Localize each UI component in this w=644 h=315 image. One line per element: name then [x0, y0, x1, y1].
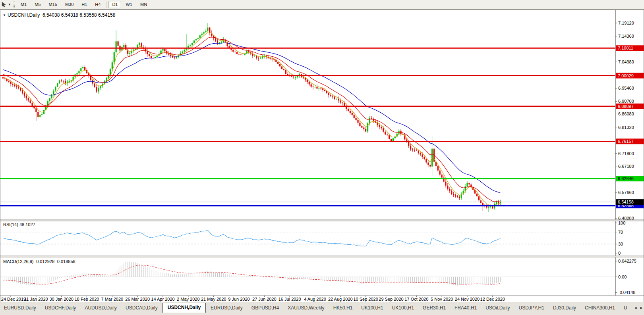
macd-axis-tick: -0.04148 — [618, 290, 635, 295]
chart-tab-ger30-h1[interactable]: GER30,H1 — [419, 303, 450, 313]
toolbar-grip-handle[interactable] — [14, 2, 15, 8]
timeframe-button-m15[interactable]: M15 — [45, 1, 60, 8]
date-axis-label: 7 Mar 2020 — [101, 297, 124, 302]
chart-tab-dj30-daily[interactable]: DJ30,Daily — [549, 303, 580, 313]
date-axis-label: 10 Sep 2020 — [353, 297, 378, 302]
date-axis-label: 16 Jul 2020 — [278, 297, 301, 302]
macd-panel: 0.0422750.00-0.04148 — [0, 259, 636, 295]
chart-tab-uk100-h1[interactable]: UK100,H1 — [388, 303, 418, 313]
tab-scroll-arrows: ◄ ► — [634, 303, 643, 313]
chart-tab-u[interactable]: U — [620, 303, 631, 313]
chart-canvas: 7.191207.143607.049806.954606.907006.860… — [0, 10, 644, 302]
price-level-label: 7.10011 — [618, 46, 633, 50]
price-level-label: 6.88897 — [618, 104, 634, 109]
time-axis[interactable]: 24 Dec 201911 Jan 202030 Jan 202018 Feb … — [1, 296, 505, 302]
timeframe-button-h4[interactable]: H4 — [91, 1, 104, 8]
macd-axis-tick: 0.00 — [618, 275, 627, 279]
date-axis-label: 9 Jun 2020 — [228, 297, 249, 302]
date-axis-label: 18 Feb 2020 — [75, 297, 99, 302]
rsi-axis-tick: 30 — [618, 242, 623, 246]
price-axis-tick: 6.67180 — [618, 164, 634, 169]
rsi-panel: 10070300 — [0, 221, 625, 255]
price-level-label: 6.62646 — [618, 176, 634, 181]
timeframe-button-h1[interactable]: H1 — [78, 1, 91, 8]
chart-tab-usdjpy-h1[interactable]: USDJPY,H1 — [514, 303, 548, 313]
timeframe-button-w1[interactable]: W1 — [122, 1, 136, 8]
timeframe-button-m1[interactable]: M1 — [17, 1, 30, 8]
macd-indicator-label: MACD(12,26,9) -0.012928 -0.018858 — [3, 259, 75, 264]
price-axis-tick: 7.04980 — [618, 60, 634, 64]
rsi-axis-tick: 0 — [618, 251, 621, 255]
price-axis-tick: 7.19120 — [618, 21, 634, 25]
date-axis-label: 24 Dec 2019 — [1, 297, 26, 302]
price-axis-tick: 6.90700 — [618, 99, 634, 104]
chart-tab-usdcad-daily[interactable]: USDCAD,Daily — [122, 303, 162, 313]
price-axis-tick: 7.14360 — [618, 34, 634, 38]
chart-window: 7.191207.143607.049806.954606.907006.860… — [0, 10, 644, 302]
price-axis-tick: 6.86080 — [618, 111, 634, 116]
chart-tab-audusd-daily[interactable]: AUDUSD,Daily — [81, 303, 121, 313]
macd-signal-line — [3, 265, 500, 284]
date-axis-label: 30 Jan 2020 — [49, 297, 73, 302]
chart-tab-usdchf-daily[interactable]: USDCHF,Daily — [41, 303, 80, 313]
rsi-indicator-label: RSI(14) 48.1027 — [3, 222, 35, 227]
toolbar-separator — [106, 2, 106, 8]
chart-tab-eurusd-daily[interactable]: EURUSD,Daily — [207, 303, 247, 313]
date-axis-label: 26 Mar 2020 — [125, 297, 150, 302]
date-axis-label: 11 Jan 2020 — [24, 297, 48, 302]
level-lines — [0, 48, 615, 206]
chart-tab-bar: EURUSD,DailyUSDCHF,DailyAUDUSD,DailyUSDC… — [0, 303, 644, 313]
chart-tab-xauusd-weekly[interactable]: XAUUSD,Weekly — [284, 303, 328, 313]
date-axis-label: 12 Dec 2020 — [480, 297, 505, 302]
timeframe-toolbar: ▼ M1M5M15M30H1H4D1W1MN — [0, 0, 644, 10]
price-axis-tick: 6.71800 — [618, 151, 634, 156]
collapse-caret-icon[interactable]: ▼ — [3, 13, 6, 17]
timeframe-button-m30[interactable]: M30 — [62, 1, 77, 8]
price-level-label: 7.00029 — [618, 73, 634, 78]
chart-tab-hk50-h1[interactable]: HK50,H1 — [329, 303, 357, 313]
chart-tab-usoil-daily[interactable]: USOil,Daily — [482, 303, 514, 313]
date-axis-label: 14 Apr 2020 — [151, 297, 174, 302]
date-axis-label: 2 May 2020 — [177, 297, 199, 302]
timeframe-button-d1[interactable]: D1 — [108, 1, 121, 8]
cursor-tool-icon[interactable] — [1, 2, 7, 8]
date-axis-label: 5 Nov 2020 — [431, 297, 453, 302]
tab-scroll-right-icon[interactable]: ► — [640, 306, 643, 310]
chart-tab-fra40-h1[interactable]: FRA40,H1 — [451, 303, 481, 313]
date-axis-label: 24 Nov 2020 — [455, 297, 480, 302]
rsi-line — [3, 230, 500, 246]
chart-tab-gbpusd-h4[interactable]: GBPUSD,H4 — [248, 303, 283, 313]
date-axis-label: 4 Aug 2020 — [304, 297, 326, 302]
date-axis-label: 17 Oct 2020 — [404, 297, 428, 302]
date-axis-label: 27 Jun 2020 — [252, 297, 277, 302]
status-strip — [0, 313, 644, 315]
current-price-label: 6.54158 — [618, 200, 634, 204]
date-axis-label: 29 Sep 2020 — [379, 297, 403, 302]
chart-tab-china300-h1[interactable]: CHINA300,H1 — [581, 303, 619, 313]
price-axis-tick: 6.95460 — [618, 86, 634, 90]
chart-symbol-title: USDCNH,Daily — [8, 12, 40, 18]
rsi-axis-tick: 100 — [618, 221, 625, 225]
chart-title-row: ▼USDCNH,Daily 6.54038 6.54318 6.53558 6.… — [3, 12, 115, 18]
macd-axis-tick: 0.042275 — [618, 259, 636, 263]
price-axis-tick: 6.57660 — [618, 190, 634, 195]
ma-fast-line — [3, 32, 500, 206]
tab-scroll-left-icon[interactable]: ◄ — [634, 306, 637, 310]
price-level-label: 6.76157 — [618, 139, 634, 144]
chart-tab-uk100-h1[interactable]: UK100,H1 — [357, 303, 387, 313]
ma-slow-line — [3, 43, 500, 193]
timeframe-button-m5[interactable]: M5 — [31, 1, 44, 8]
chart-tab-eurusd-daily[interactable]: EURUSD,Daily — [0, 303, 40, 313]
chart-tab-usdcnh-daily[interactable]: USDCNH,Daily — [162, 303, 206, 313]
toolbar-dropdown-caret-icon[interactable]: ▼ — [8, 3, 11, 6]
date-axis-label: 21 May 2020 — [201, 297, 226, 302]
rsi-axis-tick: 70 — [618, 230, 623, 234]
timeframe-button-mn[interactable]: MN — [137, 1, 151, 8]
date-axis-label: 22 Aug 2020 — [328, 297, 353, 302]
chart-ohlc-values: 6.54038 6.54318 6.53558 6.54158 — [43, 12, 116, 18]
ma-mid-line — [3, 37, 500, 202]
price-axis-tick: 6.81320 — [618, 125, 634, 130]
